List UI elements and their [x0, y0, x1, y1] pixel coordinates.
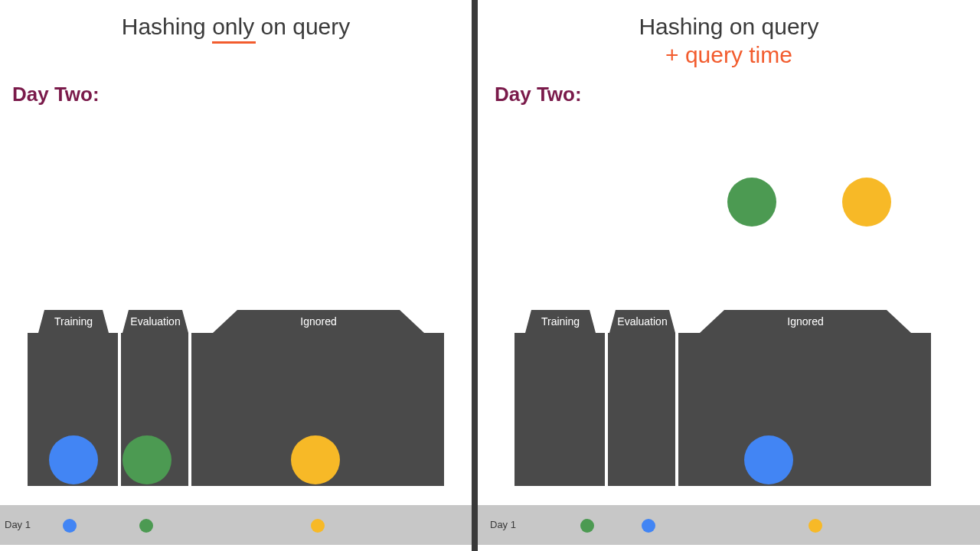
- circle-green-left: [122, 435, 172, 484]
- divider: [472, 0, 478, 551]
- bucket-label-training: Training: [38, 310, 109, 333]
- footer-label-left: Day 1: [5, 519, 31, 530]
- bucket-row-right: Training Evaluation Ignored: [478, 310, 980, 494]
- title-underline: only: [212, 14, 254, 41]
- title-right: Hashing on query + query time: [478, 14, 980, 68]
- circle-yellow-floating: [842, 178, 891, 227]
- bucket-label-ignored-r: Ignored: [700, 310, 911, 333]
- panel-right: Hashing on query + query time Day Two: T…: [478, 0, 980, 551]
- title-suffix: on query: [254, 14, 350, 39]
- footer-dot-green-right: [580, 519, 594, 533]
- circle-blue-right: [744, 435, 793, 484]
- footer-dot-blue-right: [642, 519, 655, 533]
- footer-label-right: Day 1: [490, 519, 516, 530]
- circle-green-floating: [727, 178, 776, 227]
- title-left: Hashing only on query: [0, 14, 472, 41]
- circle-blue-left: [49, 435, 98, 484]
- footer-dot-yellow-left: [311, 519, 325, 533]
- day-label-left: Day Two:: [12, 83, 100, 106]
- bucket-label-training-r: Training: [525, 310, 596, 333]
- footer-dot-blue-left: [63, 519, 77, 533]
- bucket-label-evaluation: Evaluation: [122, 310, 188, 333]
- footer-right: Day 1: [478, 505, 980, 545]
- bucket-training-r: [514, 333, 605, 486]
- bucket-label-ignored: Ignored: [213, 310, 424, 333]
- bucket-label-evaluation-r: Evaluation: [609, 310, 675, 333]
- day-label-right: Day Two:: [495, 83, 582, 106]
- footer-dot-yellow-right: [808, 519, 822, 533]
- title-prefix: Hashing: [122, 14, 212, 39]
- panel-left: Hashing only on query Day Two: Training …: [0, 0, 472, 551]
- title-sub-right: + query time: [478, 42, 980, 69]
- circle-yellow-left: [291, 435, 340, 484]
- bucket-evaluation-r: [608, 333, 675, 486]
- title-main-right: Hashing on query: [639, 14, 818, 39]
- footer-left: Day 1: [0, 505, 472, 545]
- bucket-ignored-r: [678, 333, 931, 486]
- footer-dot-green-left: [139, 519, 153, 533]
- bucket-row-left: Training Evaluation Ignored: [0, 310, 472, 494]
